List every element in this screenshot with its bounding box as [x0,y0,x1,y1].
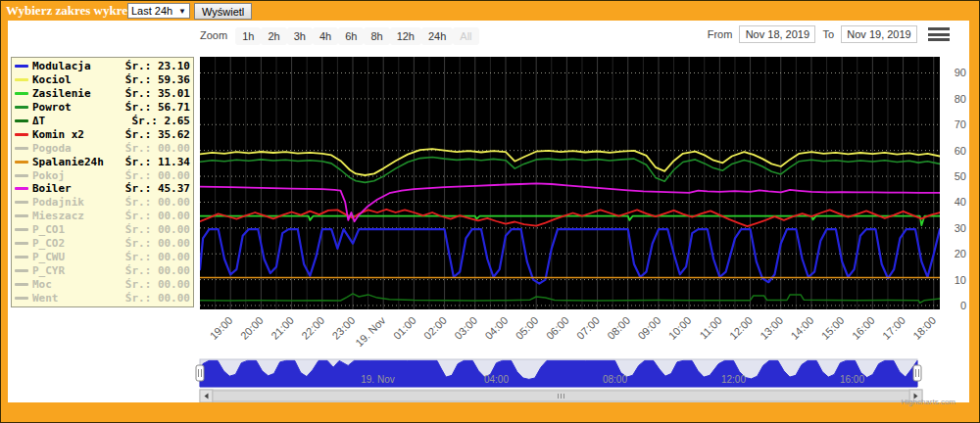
y-axis-label: 30 [955,222,966,234]
x-axis-label: 10:00 [666,314,694,342]
x-axis-label: 21:00 [269,314,296,342]
y-axis-label: 60 [955,145,966,157]
x-axis-label: 15:00 [819,314,847,342]
x-axis-label: 04:00 [482,314,510,342]
navigator-axis-label: 04:00 [484,374,509,385]
range-select-dropdown[interactable]: Last 24h ▼ [127,3,190,19]
x-axis-label: 19:00 [208,314,235,342]
top-bar: Wybierz zakres wykresu: Last 24h ▼ Wyświ… [1,1,979,21]
y-axis-label: 0 [960,300,966,311]
navigator-left-handle[interactable] [196,365,204,381]
chart-panel: Zoom 1h2h3h4h6h8h12h24hAll From Nov 18, … [8,21,969,402]
x-axis-label: 12:00 [727,314,755,342]
x-axis-label: 02:00 [421,314,449,342]
navigator-right-handle[interactable] [913,365,921,381]
x-axis-label: 11:00 [697,314,723,341]
x-axis-label: 13:00 [758,314,785,342]
x-axis-label: 07:00 [574,314,602,342]
navigator-axis-label: 08:00 [603,374,627,385]
x-axis-label: 16:00 [850,314,877,342]
x-axis-label: 18:00 [910,314,938,342]
range-select-value: Last 24h [131,5,172,17]
x-axis-label: 20:00 [238,314,266,342]
chevron-down-icon: ▼ [178,7,186,16]
y-axis-label: 80 [955,93,966,105]
x-axis-label: 05:00 [514,314,541,342]
y-axis-label: 50 [955,170,966,182]
x-axis-label: 17:00 [880,314,907,342]
y-axis-label: 20 [955,248,966,259]
y-axis-label: 70 [955,118,966,130]
navigator-axis-label: 16:00 [840,374,864,385]
range-select-label: Wybierz zakres wykresu: [6,3,144,19]
x-axis-label: 14:00 [788,314,815,342]
y-axis-label: 90 [955,67,966,78]
y-axis-label: 10 [955,274,966,286]
main-chart[interactable]: 010203040506070809019:0020:0021:0022:002… [8,21,969,402]
navigator-axis-label: 12:00 [721,374,746,385]
y-axis-label: 40 [955,196,966,208]
x-axis-label: 08:00 [605,314,632,342]
x-axis-label: 03:00 [452,314,479,342]
x-axis-label: 01:00 [391,314,418,342]
x-axis-label: 19. Nov [353,314,388,350]
x-axis-label: 23:00 [329,314,357,342]
app-window: Wybierz zakres wykresu: Last 24h ▼ Wyświ… [0,0,980,423]
x-axis-label: 09:00 [635,314,662,342]
x-axis-label: 06:00 [544,314,571,342]
display-button[interactable]: Wyświetl [194,3,252,20]
highcharts-credit[interactable]: Highcharts.com [901,398,956,406]
navigator-axis-label: 19. Nov [361,374,394,385]
x-axis-label: 22:00 [299,314,326,342]
